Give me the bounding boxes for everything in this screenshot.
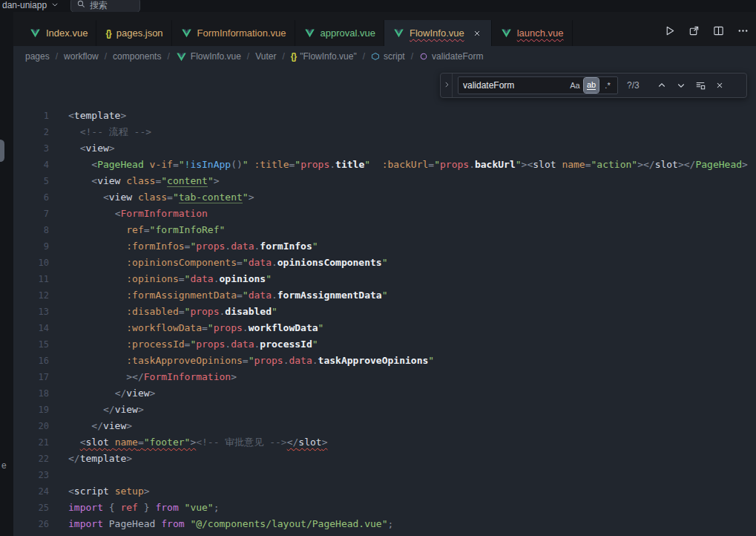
line-number: 7 xyxy=(13,206,49,222)
code-text: :opinionsComponents="data.opinionsCompon… xyxy=(68,255,388,271)
vue-file-icon xyxy=(181,27,192,39)
breadcrumb-item-components[interactable]: components xyxy=(113,51,161,62)
code-line-22[interactable]: 22</template> xyxy=(13,451,756,467)
regex-toggle[interactable]: .* xyxy=(600,78,615,93)
previous-match-button[interactable] xyxy=(654,77,670,94)
line-number: 20 xyxy=(13,418,49,434)
code-line-24[interactable]: 24<script setup> xyxy=(13,483,756,500)
breadcrumb-separator: / xyxy=(411,51,413,62)
code-line-6[interactable]: 6 <view class="tab-content"> xyxy=(13,189,756,206)
tab-label: pages.json xyxy=(116,27,163,39)
code-line-2[interactable]: 2 <!-- 流程 --> xyxy=(13,124,756,140)
line-number: 11 xyxy=(13,271,49,287)
match-case-toggle[interactable]: Aa xyxy=(568,78,582,93)
code-text: </template> xyxy=(68,451,132,467)
breadcrumb-label: "FlowInfo.vue" xyxy=(300,51,357,62)
code-line-8[interactable]: 8 ref="formInfoRef" xyxy=(13,222,756,238)
line-number: 13 xyxy=(13,304,49,320)
breadcrumb-item-workflow[interactable]: workflow xyxy=(64,51,99,62)
code-line-21[interactable]: 21 <slot name="footer"><!-- 审批意见 --></sl… xyxy=(13,434,756,451)
more-actions-button[interactable] xyxy=(735,24,750,39)
code-line-25[interactable]: 25import { ref } from "vue"; xyxy=(13,500,756,516)
breadcrumb-item-script[interactable]: script xyxy=(371,51,405,62)
code-line-19[interactable]: 19 </view> xyxy=(13,402,756,418)
code-line-5[interactable]: 5 <view class="content"> xyxy=(13,173,756,189)
code-text: :taskApproveOpinions="props.data.taskApp… xyxy=(68,353,434,369)
code-line-11[interactable]: 11 :opinions="data.opinions" xyxy=(13,271,756,287)
tab-forminformation-vue[interactable]: FormInformation.vue xyxy=(172,20,295,46)
global-search-box[interactable]: 搜索 xyxy=(70,0,140,12)
chevron-down-icon xyxy=(51,0,59,10)
code-text: <FormInformation xyxy=(68,206,208,222)
code-line-26[interactable]: 26import PageHead from "@/components/lay… xyxy=(13,516,756,532)
code-text: :opinions="data.opinions" xyxy=(68,271,272,287)
code-line-3[interactable]: 3 <view> xyxy=(13,140,756,157)
open-preview-button[interactable] xyxy=(686,24,701,39)
code-line-16[interactable]: 16 :taskApproveOpinions="props.data.task… xyxy=(13,353,756,369)
code-line-10[interactable]: 10 :opinionsComponents="data.opinionsCom… xyxy=(13,255,756,271)
tab-index-vue[interactable]: Index.vue xyxy=(21,20,96,46)
code-text: <view class="content"> xyxy=(68,173,220,189)
close-icon[interactable] xyxy=(471,27,483,39)
breadcrumb-separator: / xyxy=(56,51,58,62)
code-text: </view> xyxy=(68,418,132,434)
code-text: <!-- 流程 --> xyxy=(68,124,151,140)
code-line-23[interactable]: 23 xyxy=(13,467,756,483)
tab-label: FormInformation.vue xyxy=(197,27,286,39)
find-options: Aaab.* xyxy=(568,78,617,93)
line-number: 4 xyxy=(13,157,49,173)
code-text: :disabled="props.disabled" xyxy=(68,304,277,320)
code-line-4[interactable]: 4 <PageHead v-if="!isInApp()" :title="pr… xyxy=(13,157,756,173)
find-in-selection-button[interactable] xyxy=(692,77,709,94)
breadcrumb-label: validateForm xyxy=(432,51,483,62)
whole-word-toggle[interactable]: ab xyxy=(584,78,599,93)
workspace-name[interactable]: dan-uniapp xyxy=(2,0,59,10)
breadcrumb-item-flowinfo-vue[interactable]: {}"FlowInfo.vue" xyxy=(291,51,357,62)
code-line-17[interactable]: 17 ></FormInformation> xyxy=(13,369,756,385)
line-number: 12 xyxy=(13,287,49,304)
breadcrumb-item-pages[interactable]: pages xyxy=(25,51,50,62)
find-widget: Aaab.* ?/3 xyxy=(440,73,747,98)
code-line-15[interactable]: 15 :processId="props.data.processId" xyxy=(13,336,756,353)
tab-flowinfo-vue[interactable]: FlowInfo.vue xyxy=(384,20,492,46)
code-line-20[interactable]: 20 </view> xyxy=(13,418,756,434)
vue-file-icon xyxy=(30,27,41,39)
find-input[interactable] xyxy=(458,80,568,91)
preview-icon xyxy=(688,25,700,39)
code-line-18[interactable]: 18 </view> xyxy=(13,385,756,402)
breadcrumb-item-vuter[interactable]: Vuter xyxy=(255,51,276,62)
tab-approval-vue[interactable]: approval.vue xyxy=(295,20,384,46)
next-match-button[interactable] xyxy=(673,77,689,94)
line-number: 17 xyxy=(13,369,49,385)
tab-pages-json[interactable]: {}pages.json xyxy=(96,20,171,46)
line-number: 24 xyxy=(13,483,49,500)
breadcrumb-item-validateform[interactable]: validateForm xyxy=(419,51,483,62)
code-text: import { ref } from "vue"; xyxy=(68,500,220,516)
code-text: ref="formInfoRef" xyxy=(68,222,225,238)
tab-label: FlowInfo.vue xyxy=(410,27,464,39)
code-line-13[interactable]: 13 :disabled="props.disabled" xyxy=(13,304,756,320)
split-editor-button[interactable] xyxy=(711,24,726,39)
breadcrumb-label: workflow xyxy=(64,51,99,62)
code-editor[interactable]: Aaab.* ?/3 1<template>2 <!-- 流程 -->3 <vi… xyxy=(13,67,756,536)
line-number: 22 xyxy=(13,451,49,467)
code-text: <view> xyxy=(68,140,115,157)
code-line-12[interactable]: 12 :formAssignmentData="data.formAssignm… xyxy=(13,287,756,304)
close-find-button[interactable] xyxy=(711,77,728,94)
run-button[interactable] xyxy=(662,24,677,39)
breadcrumb-item-flowinfo-vue[interactable]: FlowInfo.vue xyxy=(176,51,241,62)
code-line-1[interactable]: 1<template> xyxy=(13,108,756,124)
vue-file-icon xyxy=(501,27,512,39)
code-line-7[interactable]: 7 <FormInformation xyxy=(13,206,756,222)
code-line-9[interactable]: 9 :formInfos="props.data.formInfos" xyxy=(13,238,756,255)
vue-icon xyxy=(176,51,187,62)
tab-launch-vue[interactable]: launch.vue xyxy=(492,20,573,46)
line-number: 8 xyxy=(13,222,49,238)
line-number: 9 xyxy=(13,238,49,255)
toggle-replace-button[interactable] xyxy=(441,73,453,97)
code-line-14[interactable]: 14 :workflowData="props.workflowData" xyxy=(13,320,756,336)
code-text: :workflowData="props.workflowData" xyxy=(68,320,323,336)
module-icon xyxy=(371,52,380,61)
code-content: 1<template>2 <!-- 流程 -->3 <view>4 <PageH… xyxy=(13,67,756,532)
json-icon: {} xyxy=(291,51,296,62)
